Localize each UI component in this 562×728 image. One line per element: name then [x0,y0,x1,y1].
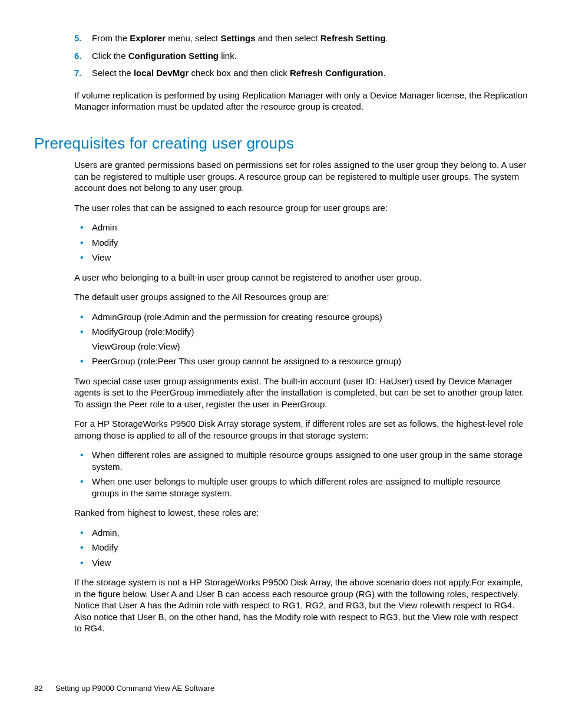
cases-list: When different roles are assigned to mul… [74,449,528,499]
roles-list-2: Admin,ModifyView [74,527,528,569]
body-paragraph: For a HP StorageWorks P9500 Disk Array s… [74,418,528,441]
roles-list-1: AdminModifyView [74,222,528,263]
bold-text: Configuration Setting [128,51,219,61]
bold-text: Refresh Setting [320,33,386,43]
section-heading: Prerequisites for creating user groups [34,134,528,154]
bold-text: Settings [220,33,255,43]
step-item: 6.Click the Configuration Setting link. [74,50,528,62]
section-body: Users are granted permissions based on p… [74,159,528,634]
list-item: View [74,252,528,263]
bold-text: local DevMgr [134,68,189,78]
list-item: Admin, [74,527,528,539]
step-text: and then select [256,33,320,43]
list-item: Admin [74,222,528,233]
body-paragraph: If the storage system is not a HP Storag… [74,577,528,634]
bold-text: Refresh Configuration [290,68,383,78]
body-paragraph: Users are granted permissions based on p… [74,159,528,194]
list-item: Modify [74,237,528,249]
step-number: 6. [74,50,82,62]
body-paragraph: Two special case user group assignments … [74,375,528,410]
list-item: View [74,557,528,569]
step-number: 5. [74,32,82,44]
bold-text: Explorer [130,33,166,43]
steps-block: 5.From the Explorer menu, select Setting… [74,32,528,113]
post-steps-paragraph: If volume replication is performed by us… [74,90,528,113]
default-groups-list: AdminGroup (role:Admin and the permissio… [74,311,528,367]
step-text: Select the [92,68,134,78]
step-text: check box and then click [189,68,290,78]
list-item: When one user belongs to multiple user g… [74,476,528,499]
list-item: PeerGroup (role:Peer This user group can… [74,355,528,367]
list-item-text: ModifyGroup (role:Modify) [92,326,528,338]
step-item: 7.Select the local DevMgr check box and … [74,67,528,79]
step-item: 5.From the Explorer menu, select Setting… [74,32,528,44]
ordered-steps-list: 5.From the Explorer menu, select Setting… [74,32,528,79]
list-item: When different roles are assigned to mul… [74,449,528,472]
footer-title: Setting up P9000 Command View AE Softwar… [55,684,214,693]
body-paragraph: A user who belonging to a built-in user … [74,272,528,284]
page-footer: 82 Setting up P9000 Command View AE Soft… [34,684,214,694]
list-item: AdminGroup (role:Admin and the permissio… [74,311,528,323]
list-item: Modify [74,542,528,554]
list-item-text: PeerGroup (role:Peer This user group can… [92,355,528,367]
list-item: ModifyGroup (role:Modify)ViewGroup (role… [74,326,528,352]
step-text: link. [219,51,237,61]
body-paragraph: The default user groups assigned to the … [74,291,528,303]
step-number: 7. [74,67,82,79]
step-text: menu, select [166,33,220,43]
step-text: . [386,33,388,43]
step-text: Click the [92,51,128,61]
step-text: . [383,68,385,78]
body-paragraph: Ranked from highest to lowest, these rol… [74,507,528,519]
body-paragraph: The user roles that can be assigned to e… [74,202,528,214]
step-text: From the [92,33,130,43]
page-number: 82 [34,684,42,693]
list-item-text: AdminGroup (role:Admin and the permissio… [92,311,528,323]
document-page: 5.From the Explorer menu, select Setting… [0,0,562,666]
list-item-subtext: ViewGroup (role:View) [92,341,528,353]
